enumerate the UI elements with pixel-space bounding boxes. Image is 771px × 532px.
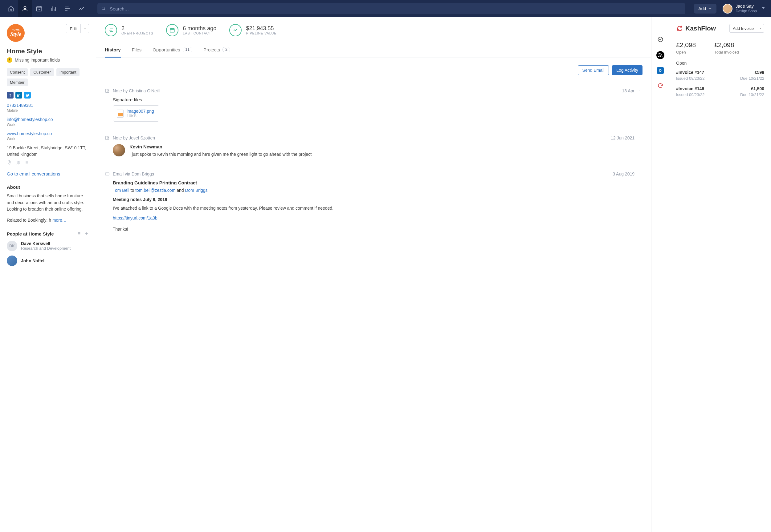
tag-item[interactable]: Member (7, 79, 28, 86)
send-email-button[interactable]: Send Email (578, 65, 609, 75)
tabs: History Files Opportunities 11 Projects … (96, 43, 651, 58)
activity-entry: Note by Josef Szotten 12 Jun 2021 Kevin … (96, 129, 651, 165)
chevron-down-icon[interactable] (638, 88, 643, 93)
log-activity-button[interactable]: Log Activity (612, 65, 643, 75)
mid-panel: 2 OPEN PROJECTS 6 months ago LAST CONTAC… (96, 17, 652, 532)
email-from[interactable]: Tom Bell (113, 188, 129, 193)
tags: Consent Customer Important Member (7, 68, 89, 86)
invoice-row[interactable]: #Invoice #146 £1,500 Issued 09/23/22 Due… (676, 86, 764, 97)
entry-who: Email via Dom Briggs (113, 171, 154, 176)
person-row[interactable]: John Naftel (7, 256, 89, 266)
pin-icon[interactable] (7, 160, 12, 165)
tag-item[interactable]: Customer (30, 68, 54, 76)
entry-date: 12 Jun 2021 (611, 135, 635, 140)
website-label: Work (7, 137, 89, 141)
stat-pipeline: $21,943.55 PIPELINE VALUE (229, 24, 277, 36)
note-icon (105, 135, 110, 140)
add-button-label: Add (698, 6, 706, 11)
search-bar (97, 3, 685, 14)
person-icon[interactable] (18, 0, 32, 17)
svg-point-3 (9, 161, 10, 162)
invoice-row[interactable]: #Invoice #147 £598 Issued 09/23/22 Due 1… (676, 70, 764, 81)
person-role: Research and Development (21, 246, 71, 251)
tag-item[interactable]: Important (56, 68, 79, 76)
add-person-icon[interactable] (84, 231, 89, 236)
kf-stat-total: £2,098 Total Invoiced (714, 41, 739, 54)
add-invoice-caret[interactable] (757, 24, 764, 33)
plus-icon (708, 6, 712, 11)
email-heading: Meeting notes July 9, 2019 (113, 197, 643, 202)
svg-rect-4 (170, 29, 175, 32)
pipeline-icon (229, 24, 242, 36)
entry-who: Note by Josef Szotten (113, 135, 155, 140)
edit-button-group: Edit (66, 24, 89, 33)
warning-icon: ! (7, 57, 12, 63)
entry-date: 13 Apr (622, 88, 635, 93)
tab-files[interactable]: Files (132, 43, 142, 58)
svg-point-11 (658, 56, 659, 57)
user-menu[interactable]: Jade Say Design Shop (723, 4, 767, 14)
website-link[interactable]: www.homestyleshop.co (7, 131, 89, 136)
linkedin-icon[interactable]: in (15, 92, 22, 99)
list-view-icon[interactable] (76, 231, 81, 236)
svg-rect-5 (105, 173, 109, 175)
phone-link[interactable]: 07821489381 (7, 103, 89, 108)
caret-down-icon (762, 7, 765, 10)
kf-stat-open: £2,098 Open (676, 41, 696, 54)
tag-item[interactable]: Consent (7, 68, 28, 76)
map-icon[interactable] (15, 160, 20, 165)
people-heading: People at Home Style (7, 231, 54, 236)
email-to[interactable]: tom.bell@zestia.com (135, 188, 175, 193)
tab-history[interactable]: History (105, 43, 121, 58)
entry-title: Signature files (113, 97, 643, 102)
twitter-icon[interactable] (24, 92, 31, 99)
home-icon[interactable] (4, 0, 18, 17)
email-link[interactable]: info@homestyleshop.co (7, 117, 89, 122)
email-icon (105, 171, 110, 176)
rss-icon[interactable] (656, 51, 664, 59)
chevron-down-icon[interactable] (638, 171, 643, 176)
chevron-down-icon[interactable] (638, 135, 643, 140)
email-body: I've attached a link to a Google Docs wi… (113, 205, 643, 212)
list-icon[interactable] (24, 160, 29, 165)
svg-point-10 (658, 37, 663, 42)
person-name: John Naftel (21, 258, 44, 263)
integration-rail: O (652, 17, 669, 532)
svg-point-2 (102, 7, 104, 10)
nav-icons (4, 0, 89, 17)
trend-icon[interactable] (75, 0, 89, 17)
person-row[interactable]: DK Dave Kerswell Research and Developmen… (7, 241, 89, 251)
person-avatar (7, 256, 17, 266)
check-circle-icon[interactable] (657, 36, 664, 43)
email-cc[interactable]: Dom Briggs (185, 188, 208, 193)
edit-button[interactable]: Edit (66, 24, 80, 33)
activity-entry: Email via Dom Briggs 3 Aug 2019 Branding… (96, 165, 651, 244)
add-invoice-button[interactable]: Add Invoice (729, 24, 757, 33)
right-panel: KashFlow Add Invoice £2,098 Open £2,098 … (669, 17, 771, 532)
email-label: Work (7, 123, 89, 127)
add-button[interactable]: Add (694, 4, 717, 14)
about-text: Small business that sells home furniture… (7, 193, 89, 213)
email-subject: Branding Guidelines Printing Contract (113, 180, 643, 185)
search-input[interactable] (97, 3, 685, 14)
tab-opportunities[interactable]: Opportunities 11 (152, 43, 192, 58)
edit-caret[interactable] (80, 24, 89, 33)
about-heading: About (7, 184, 89, 190)
sync-icon[interactable] (657, 82, 664, 89)
calendar-icon[interactable] (32, 0, 46, 17)
entry-date: 3 Aug 2019 (613, 171, 635, 176)
outlook-icon[interactable]: O (657, 67, 664, 74)
missing-fields-warning[interactable]: ! Missing important fields (7, 57, 89, 63)
tab-projects[interactable]: Projects 2 (204, 43, 230, 58)
goto-conversations-link[interactable]: Go to email conversations (7, 171, 89, 176)
image-file-icon (117, 110, 123, 118)
more-link[interactable]: more… (52, 218, 67, 223)
email-recipients: Tom Bell to tom.bell@zestia.com and Dom … (113, 188, 643, 193)
list-icon[interactable] (60, 0, 75, 17)
actions-bar: Send Email Log Activity (96, 58, 651, 82)
file-attachment[interactable]: image007.png 10KB (113, 105, 159, 122)
facebook-icon[interactable]: f (7, 92, 14, 99)
chart-icon[interactable] (46, 0, 60, 17)
email-link[interactable]: https://tinyurl.com/1a3b (113, 216, 157, 220)
company-logo: HOME Style (7, 24, 25, 42)
